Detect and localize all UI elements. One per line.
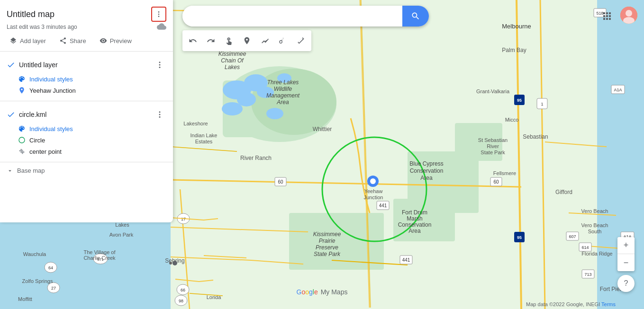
svg-text:441: 441: [402, 257, 410, 263]
svg-text:Preserve: Preserve: [316, 244, 338, 251]
untitled-layer-header-left: Untitled layer: [7, 61, 58, 69]
svg-point-121: [159, 111, 161, 113]
search-input[interactable]: [182, 6, 402, 26]
svg-text:River: River: [487, 143, 499, 149]
undo-icon: [189, 36, 197, 45]
svg-text:Sebastian: Sebastian: [523, 133, 548, 140]
circle-kml-menu-button[interactable]: [153, 108, 166, 121]
circle-kml-dots-icon: [155, 110, 164, 119]
circle-item[interactable]: Circle: [0, 134, 173, 146]
untitled-layer-name: Untitled layer: [19, 61, 58, 69]
share-icon: [59, 37, 67, 44]
circle-kml-header: circle.kml: [0, 106, 173, 123]
yeehaw-junction-label: Yeehaw Junction: [29, 87, 76, 94]
svg-text:60: 60: [278, 179, 283, 185]
svg-text:Chain Of: Chain Of: [221, 57, 244, 64]
measure-button[interactable]: [274, 32, 291, 49]
svg-text:Blue Cypress: Blue Cypress: [409, 160, 443, 167]
polygon-icon: [261, 36, 269, 45]
map-title: Untitled map: [7, 9, 54, 19]
svg-text:Wildlife: Wildlife: [274, 86, 292, 92]
google-logo: Google My Maps: [297, 288, 348, 296]
svg-text:Area: Area: [420, 175, 433, 181]
svg-text:Kissimmee: Kissimmee: [313, 231, 341, 238]
sidebar: Untitled map Last edit was 3 minutes ago…: [0, 0, 173, 222]
svg-text:Avon Park: Avon Park: [109, 232, 134, 238]
circle-kml-style-item[interactable]: Individual styles: [0, 123, 173, 134]
svg-text:Fort Drum: Fort Drum: [402, 209, 427, 216]
svg-text:95: 95: [517, 98, 522, 103]
pin-icon: [243, 36, 251, 45]
preview-label: Preview: [110, 37, 132, 44]
map-options-button[interactable]: [151, 7, 166, 22]
add-marker-button[interactable]: [238, 32, 255, 49]
attribution-text: Map data ©2022 Google, INEGI: [526, 301, 600, 307]
svg-point-11: [266, 108, 283, 119]
svg-point-18: [370, 178, 376, 184]
svg-point-124: [19, 137, 25, 143]
svg-text:98: 98: [179, 299, 183, 303]
search-button[interactable]: [402, 6, 429, 26]
preview-button[interactable]: Preview: [97, 35, 135, 46]
undo-button[interactable]: [184, 32, 201, 49]
center-point-item[interactable]: center point: [0, 146, 173, 157]
svg-text:Wauchula: Wauchula: [23, 251, 46, 257]
svg-point-116: [158, 14, 160, 15]
zoom-in-button[interactable]: +: [617, 237, 635, 254]
svg-text:River Ranch: River Ranch: [240, 155, 272, 161]
draw-line-button[interactable]: [256, 32, 273, 49]
terms-link[interactable]: Terms: [601, 301, 616, 307]
toolbar-row: Add layer Share Preview: [0, 30, 173, 52]
avatar[interactable]: [620, 7, 637, 24]
svg-text:The Village of: The Village of: [83, 249, 116, 255]
svg-point-122: [159, 114, 161, 115]
center-point-label: center point: [29, 148, 62, 155]
svg-text:Marsh: Marsh: [407, 215, 422, 222]
svg-text:60: 60: [493, 179, 499, 185]
svg-text:Vero Beach: Vero Beach: [581, 222, 608, 228]
svg-text:Palm Bay: Palm Bay: [502, 47, 526, 53]
ruler-button[interactable]: [292, 32, 309, 49]
layer-dots-icon: [155, 61, 164, 69]
search-bar: [182, 6, 429, 26]
yeehaw-junction-item[interactable]: Yeehaw Junction: [0, 85, 173, 96]
svg-text:Lakeshore: Lakeshore: [183, 121, 208, 126]
svg-point-9: [222, 102, 243, 115]
last-edit-text: Last edit was 3 minutes ago: [7, 24, 166, 30]
svg-text:Moffitt: Moffitt: [18, 296, 32, 302]
map-toolbar: [182, 30, 311, 51]
add-layer-button[interactable]: Add layer: [7, 35, 49, 46]
svg-text:Area: Area: [408, 228, 421, 234]
svg-text:Gifford: Gifford: [555, 189, 572, 195]
untitled-layer-menu-button[interactable]: [153, 58, 166, 71]
svg-point-117: [158, 16, 160, 17]
svg-text:Conservation: Conservation: [398, 221, 432, 228]
circle-kml-style-label[interactable]: Individual styles: [29, 125, 73, 132]
crosshair-icon: [18, 148, 26, 155]
svg-text:607: 607: [569, 234, 576, 239]
redo-button[interactable]: [202, 32, 219, 49]
style-icon: [18, 75, 26, 83]
svg-point-114: [169, 262, 172, 265]
apps-button[interactable]: [598, 7, 617, 26]
svg-text:64: 64: [48, 265, 53, 270]
svg-text:Kissimmee: Kissimmee: [218, 51, 246, 57]
help-button[interactable]: ?: [617, 275, 635, 292]
pan-button[interactable]: [220, 32, 237, 49]
share-label: Share: [70, 37, 86, 44]
measure-icon: [279, 36, 287, 45]
svg-text:Three Lakes: Three Lakes: [267, 79, 299, 86]
svg-text:Junction: Junction: [364, 194, 383, 200]
untitled-layer-style-item[interactable]: Individual styles: [0, 73, 173, 85]
circle-kml-section: circle.kml Individual styles Circle: [0, 101, 173, 162]
base-map-label: Base map: [17, 167, 45, 174]
zoom-out-button[interactable]: −: [617, 254, 635, 271]
circle-label: Circle: [29, 137, 45, 144]
untitled-layer-style-label[interactable]: Individual styles: [29, 76, 73, 83]
cloud-save-icon: [157, 22, 166, 33]
svg-text:Zolfo Springs: Zolfo Springs: [22, 278, 53, 284]
share-button[interactable]: Share: [56, 35, 89, 46]
svg-text:713: 713: [584, 272, 591, 277]
svg-text:441: 441: [379, 203, 387, 208]
base-map-row[interactable]: Base map: [0, 162, 173, 179]
